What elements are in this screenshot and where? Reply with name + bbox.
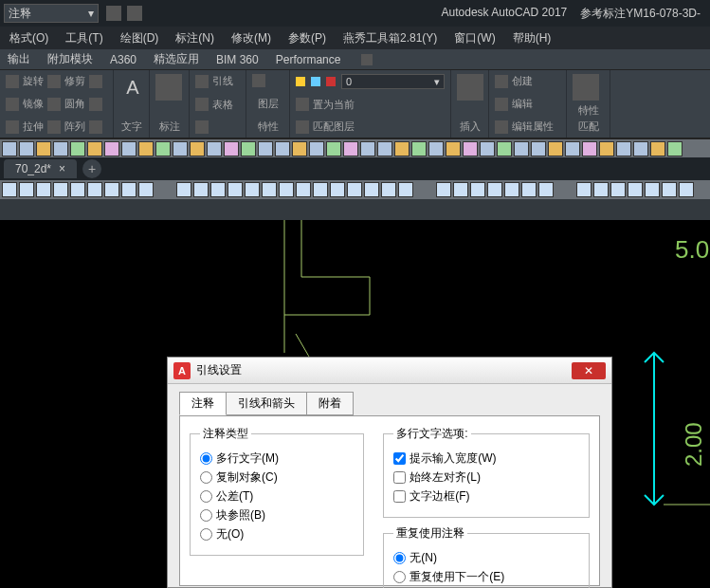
menu-dimension[interactable]: 标注(N) — [175, 30, 214, 46]
tb2-icon[interactable] — [228, 182, 243, 197]
tb-icon[interactable] — [36, 141, 51, 156]
insert-icon[interactable] — [457, 74, 483, 101]
tb2-icon[interactable] — [576, 182, 592, 197]
ribtab-a360[interactable]: A360 — [110, 53, 137, 66]
close-button[interactable]: ✕ — [572, 362, 606, 379]
tb-icon[interactable] — [565, 141, 580, 156]
tb-icon[interactable] — [650, 141, 665, 156]
doc-tab-active[interactable]: 70_2d* × — [4, 159, 77, 178]
tb2-icon[interactable] — [245, 182, 260, 197]
tb-icon[interactable] — [343, 141, 358, 156]
close-icon[interactable]: × — [59, 162, 65, 175]
matchlayer-icon[interactable] — [296, 120, 309, 134]
tb2-icon[interactable] — [121, 182, 137, 197]
radio-none[interactable] — [200, 528, 212, 541]
tb-icon[interactable] — [360, 141, 375, 156]
qat-icon-1[interactable] — [106, 6, 121, 21]
menu-window[interactable]: 窗口(W) — [454, 30, 495, 46]
trim-icon[interactable] — [47, 75, 61, 88]
table-icon[interactable] — [195, 98, 209, 111]
tb2-icon[interactable] — [104, 182, 119, 197]
tb-icon[interactable] — [2, 141, 17, 156]
check-prompt-width[interactable] — [393, 452, 406, 465]
tb2-icon[interactable] — [645, 182, 660, 197]
tb-icon[interactable] — [428, 141, 444, 156]
tb2-icon[interactable] — [87, 182, 102, 197]
lock-icon[interactable] — [326, 77, 336, 86]
layer-combo[interactable]: 0▾ — [341, 74, 445, 89]
tb-icon[interactable] — [241, 141, 256, 156]
matchprops-icon[interactable] — [573, 74, 599, 101]
menu-params[interactable]: 参数(P) — [288, 30, 326, 46]
ribtab-addins[interactable]: 附加模块 — [47, 51, 93, 67]
radio-tolerance[interactable] — [200, 490, 212, 503]
misc-icon3[interactable] — [89, 120, 102, 134]
menu-tools[interactable]: 工具(T) — [65, 30, 102, 46]
tb-icon[interactable] — [258, 141, 273, 156]
ribtab-performance[interactable]: Performance — [276, 53, 341, 66]
tb2-icon[interactable] — [2, 182, 17, 197]
layer-style-combo[interactable]: 注释 ▾ — [4, 4, 99, 23]
stretch-icon[interactable] — [6, 120, 19, 134]
tb2-icon[interactable] — [279, 182, 294, 197]
tb-icon[interactable] — [514, 141, 529, 156]
mirror-icon[interactable] — [6, 98, 19, 111]
array-icon[interactable] — [47, 120, 61, 134]
ribtab-toggle-icon[interactable] — [361, 54, 373, 65]
radio-reuse-next[interactable] — [393, 571, 406, 583]
tb-icon[interactable] — [599, 141, 614, 156]
tb-icon[interactable] — [121, 141, 137, 156]
tb2-icon[interactable] — [436, 182, 451, 197]
tb-icon[interactable] — [138, 141, 154, 156]
misc-icon[interactable] — [89, 75, 102, 88]
tb-icon[interactable] — [275, 141, 290, 156]
tb-icon[interactable] — [326, 141, 341, 156]
tb2-icon[interactable] — [193, 182, 209, 197]
check-left-align[interactable] — [393, 471, 406, 484]
text-icon[interactable]: A — [119, 74, 146, 101]
tb2-icon[interactable] — [679, 182, 694, 197]
tb-icon[interactable] — [377, 141, 392, 156]
new-tab-button[interactable]: + — [82, 159, 101, 178]
tb-icon[interactable] — [207, 141, 222, 156]
radio-copy[interactable] — [200, 471, 212, 484]
layer-icon1[interactable] — [252, 74, 265, 87]
setcurrent-icon[interactable] — [296, 98, 309, 111]
tb-icon[interactable] — [633, 141, 648, 156]
create-icon[interactable] — [495, 75, 508, 88]
misc-icon2[interactable] — [89, 98, 102, 111]
tb-icon[interactable] — [480, 141, 495, 156]
tb-icon[interactable] — [53, 141, 68, 156]
tab-leader-arrow[interactable]: 引线和箭头 — [226, 392, 307, 415]
tb-icon[interactable] — [667, 141, 683, 156]
radio-blockref[interactable] — [200, 509, 212, 522]
tb2-icon[interactable] — [593, 182, 609, 197]
tb-icon[interactable] — [104, 141, 119, 156]
lightbulb-icon[interactable] — [296, 77, 305, 86]
tb2-icon[interactable] — [364, 182, 379, 197]
tb2-icon[interactable] — [36, 182, 51, 197]
tb-icon[interactable] — [446, 141, 461, 156]
menu-yanxiu[interactable]: 燕秀工具箱2.81(Y) — [343, 30, 437, 46]
tb-icon[interactable] — [309, 141, 324, 156]
tb-icon[interactable] — [155, 141, 171, 156]
check-text-frame[interactable] — [393, 490, 406, 503]
hatch-icon[interactable] — [195, 120, 209, 134]
tb-icon[interactable] — [70, 141, 85, 156]
tb2-icon[interactable] — [176, 182, 191, 197]
tb2-icon[interactable] — [138, 182, 154, 197]
dim-icon[interactable] — [155, 74, 182, 101]
tb2-icon[interactable] — [70, 182, 85, 197]
tb2-icon[interactable] — [487, 182, 502, 197]
rotate-icon[interactable] — [6, 75, 19, 88]
ribtab-output[interactable]: 输出 — [8, 51, 30, 67]
tb2-icon[interactable] — [347, 182, 362, 197]
ribtab-featured[interactable]: 精选应用 — [154, 51, 199, 67]
menu-format[interactable]: 格式(O) — [9, 30, 48, 46]
dialog-titlebar[interactable]: A 引线设置 ✕ — [168, 358, 611, 384]
fillet-icon[interactable] — [47, 98, 61, 111]
radio-reuse-none[interactable] — [393, 552, 406, 564]
tb2-icon[interactable] — [53, 182, 68, 197]
ribtab-bim360[interactable]: BIM 360 — [216, 53, 259, 66]
tb2-icon[interactable] — [628, 182, 643, 197]
